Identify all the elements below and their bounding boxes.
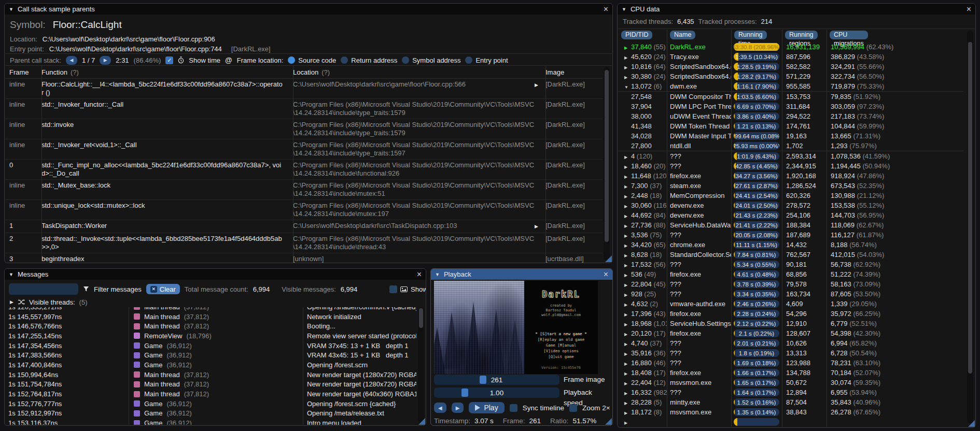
- frame-image-slider[interactable]: 261: [434, 375, 559, 385]
- messages-scrollbar[interactable]: [418, 307, 424, 423]
- expand-arrow-icon[interactable]: ▶: [624, 312, 631, 317]
- cpu-process-row[interactable]: ▶20,120 (17)firefox.exe2.1 s (0.22%)128,…: [618, 328, 963, 338]
- callstack-row[interactable]: inlinestd::unique_lock<std::mutex>::lock…: [5, 200, 603, 220]
- expand-arrow-icon[interactable]: ▶: [624, 411, 631, 415]
- cpu-process-row[interactable]: ▶928 (25)???3.34 s (0.35%)163,73487,605 …: [618, 289, 963, 299]
- expand-arrow-icon[interactable]: ▶: [624, 234, 631, 238]
- expand-arrow-icon[interactable]: ▶: [624, 224, 631, 228]
- expand-arrow-icon[interactable]: ▶: [624, 55, 631, 60]
- column-header-function[interactable]: Function(?): [37, 68, 289, 76]
- cpu-process-row[interactable]: ▶3,536 (75)???20.05 s (2.08%)187,689116,…: [618, 230, 963, 240]
- radio-entry-point[interactable]: Entry point: [465, 56, 508, 64]
- cpu-thread-row[interactable]: 34,028DWM Master Input Thread799.64 ms (…: [618, 131, 963, 141]
- expand-arrow-icon[interactable]: ▶: [624, 194, 631, 199]
- resize-grip[interactable]: [605, 418, 612, 425]
- scrollbar-thumb[interactable]: [968, 42, 972, 373]
- expand-arrow-icon[interactable]: ▶: [624, 253, 631, 258]
- cpu-process-row[interactable]: ▶7,300 (37)steam.exe27.61 s (2.87%)1,286…: [618, 181, 963, 191]
- cpu-process-row[interactable]: ▶17,396 (43)firefox.exe2.28 s (0.24%)54,…: [618, 309, 963, 319]
- goto-source-arrow-icon[interactable]: ▶: [535, 222, 538, 231]
- cpu-process-row[interactable]: ▶22,804 (45)???3.78 s (0.39%)79,57858,16…: [618, 279, 963, 289]
- expand-arrow-icon[interactable]: ▶: [624, 421, 631, 425]
- sync-timeline-checkbox[interactable]: [510, 404, 517, 412]
- show-images-checkbox[interactable]: [389, 285, 397, 293]
- message-row[interactable]: 1s 147,400,846nsGame(36,912)Opening /for…: [5, 360, 416, 370]
- cpu-thread-row[interactable]: 38,000uDWM Event Thread3.86 s (0.40%)294…: [618, 111, 963, 121]
- message-row[interactable]: 1s 152,912,997nsGame(36,912)Opening /met…: [5, 409, 416, 419]
- expand-arrow-icon[interactable]: ▶: [624, 184, 631, 189]
- column-header-image[interactable]: Image: [541, 68, 603, 76]
- radio-icon[interactable]: [341, 56, 348, 64]
- cpu-process-row[interactable]: ▶4 (120)???1:01.9 (6.43%)2,593,3141,078,…: [618, 151, 963, 161]
- callstack-row[interactable]: 0std::_Func_impl_no_alloc<<lambda_5bc224…: [5, 160, 603, 180]
- expand-arrow-icon[interactable]: ▼: [624, 85, 631, 90]
- expand-arrow-icon[interactable]: ▶: [624, 293, 631, 297]
- expand-arrow-icon[interactable]: ▶: [624, 214, 631, 219]
- resize-grip[interactable]: [605, 255, 612, 262]
- message-row[interactable]: 1s 146,576,766nsMain thread(37,812)Booti…: [5, 321, 416, 331]
- expand-arrow-icon[interactable]: ▶: [10, 299, 13, 305]
- expand-arrow-icon[interactable]: ▶: [624, 273, 631, 278]
- play-button[interactable]: Play: [469, 402, 504, 413]
- expand-arrow-icon[interactable]: ▶: [624, 283, 631, 288]
- cpu-process-row[interactable]: ▶18,172 (8)msvsmon.exe1.35 s (0.14%)38,8…: [618, 407, 963, 417]
- cpu-process-row[interactable]: ▶27,736 (88)ServiceHub.DataWarehouse21.4…: [618, 220, 963, 230]
- message-row[interactable]: 1s 120,335,272nsMain thread(37,812)Openi…: [5, 307, 416, 312]
- scrollbar-thumb[interactable]: [605, 70, 609, 242]
- step-forward-button[interactable]: ▶: [452, 403, 464, 413]
- resize-grip[interactable]: [968, 420, 975, 427]
- expand-arrow-icon[interactable]: ▶: [624, 165, 631, 169]
- radio-icon[interactable]: [465, 56, 472, 64]
- visible-threads-row[interactable]: ▶ Visible threads: (5): [10, 298, 87, 306]
- cpu-process-row[interactable]: ▶30,060 (116)devenv.exe24.01 s (2.50%)27…: [618, 200, 963, 210]
- cpu-process-row[interactable]: ▶18,968 (1,018)ServiceHub.SettingsHost.e…: [618, 319, 963, 328]
- cpu-thread-row[interactable]: 27,800ntdll.dll25.93 ms (0.00%)1,7021,29…: [618, 141, 963, 151]
- cpu-process-row[interactable]: ▶4,740 (37)???2.01 s (0.21%)10,6266,994 …: [618, 338, 963, 348]
- resize-grip[interactable]: [418, 418, 425, 425]
- step-back-button[interactable]: ◀: [434, 403, 446, 413]
- callstack-row[interactable]: inlinestd::_Invoker_functor::_CallC:\Pro…: [5, 99, 603, 119]
- cpu-process-row[interactable]: ▶18,408 (17)firefox.exe1.66 s (0.17%)134…: [618, 368, 963, 378]
- message-row[interactable]: 1s 151,754,784nsMain thread(37,812)New r…: [5, 380, 416, 390]
- cpu-process-row[interactable]: ▼13,072 (6)dwm.exe1:16.1 (7.90%)955,5857…: [618, 81, 963, 91]
- cpu-process-row[interactable]: ▶45,620 (24)Tracy.exe1:39.5 (10.34%)887,…: [618, 52, 963, 62]
- expand-arrow-icon[interactable]: ▶: [624, 303, 631, 307]
- message-row[interactable]: 1s 145,557,997nsMain thread(37,812)Netwo…: [5, 312, 416, 322]
- cpu-process-row[interactable]: ▶44,692 (84)devenv.exe21.43 s (2.23%)254…: [618, 210, 963, 220]
- prev-callstack-button[interactable]: ◀: [66, 56, 77, 65]
- message-row[interactable]: 1s 153,116,37nsGame(36,912)Intro menu lo…: [5, 418, 416, 425]
- message-row[interactable]: 1s 150,994,64nsMain thread(37,812)New re…: [5, 370, 416, 380]
- column-header-frame[interactable]: Frame: [5, 68, 37, 76]
- cpu-process-row[interactable]: ▶11,648 (120)firefox.exe34.27 s (3.56%)1…: [618, 171, 963, 181]
- expand-arrow-icon[interactable]: ▶: [624, 352, 631, 356]
- cpu-process-row[interactable]: ▶16,880 (46)???1.69 s (0.18%)123,98878,2…: [618, 358, 963, 368]
- cpu-process-row[interactable]: ▶16,332 (982)???1.64 s (0.17%)12,8946,95…: [618, 387, 963, 397]
- expand-arrow-icon[interactable]: ▶: [624, 391, 631, 396]
- cpu-process-row[interactable]: ▶35,916 (36)???1.8 s (0.19%)13,3136,728 …: [618, 348, 963, 358]
- cpu-process-row[interactable]: ▶18,460 (20)???42.85 s (4.45%)2,344,9151…: [618, 161, 963, 171]
- close-icon[interactable]: ×: [604, 271, 608, 278]
- column-header-location[interactable]: Location(?): [289, 68, 541, 76]
- callstack-row[interactable]: inlineFloor::CalcLight::__l4::<lambda_5b…: [5, 79, 603, 99]
- expand-arrow-icon[interactable]: ▶: [624, 362, 631, 366]
- column-header-pid-tid[interactable]: PID/TID: [621, 31, 652, 39]
- radio-icon[interactable]: [402, 56, 409, 64]
- expand-arrow-icon[interactable]: ▶: [624, 46, 631, 50]
- cpu-thread-row[interactable]: 27,548DWM Compositor Thread1:03.5 (6.60%…: [618, 91, 963, 102]
- cpu-scrollbar[interactable]: [967, 31, 973, 423]
- cpu-process-row[interactable]: ▶30,380 (24)ScriptedSandbox64.exe1:28.2 …: [618, 71, 963, 81]
- close-icon[interactable]: ×: [604, 6, 608, 13]
- expand-arrow-icon[interactable]: ▶: [624, 332, 631, 337]
- message-row[interactable]: 1s 147,354,456nsGame(36,912)VRAM 37x45: …: [5, 341, 416, 351]
- expand-arrow-icon[interactable]: ▶: [624, 155, 631, 160]
- expand-arrow-icon[interactable]: ▶: [624, 401, 631, 406]
- expand-arrow-icon[interactable]: ▶: [624, 175, 631, 179]
- column-header-running-regions[interactable]: Running regions: [785, 31, 818, 39]
- cpu-process-row[interactable]: ▶8,628 (18)StandardCollector.Service.e7.…: [618, 250, 963, 260]
- zoom-2x-checkbox[interactable]: [569, 404, 577, 412]
- callstack-row[interactable]: inlinestd::_Mutex_base::lockC:\Program F…: [5, 180, 603, 200]
- radio-source-code[interactable]: Source code: [288, 56, 336, 64]
- callstack-scrollbar[interactable]: [604, 67, 610, 261]
- column-header-name[interactable]: Name: [670, 31, 695, 39]
- close-icon[interactable]: ×: [417, 271, 422, 278]
